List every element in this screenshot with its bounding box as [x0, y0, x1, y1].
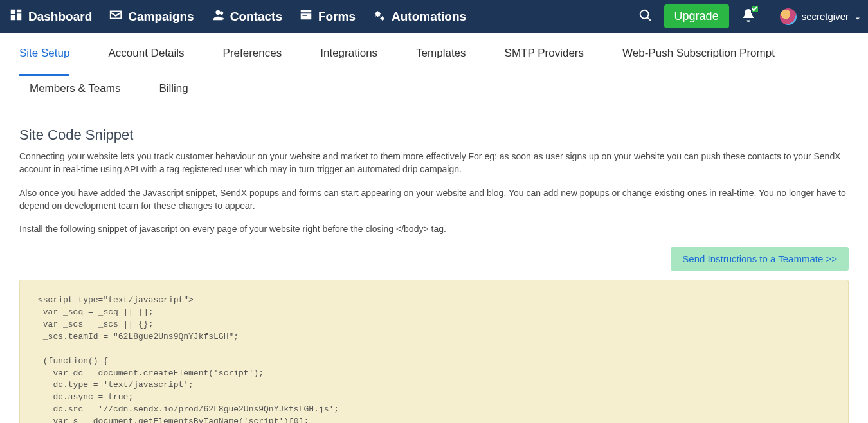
nav-divider: [768, 5, 768, 28]
section-paragraph-3: Install the following snippet of javascr…: [19, 222, 849, 235]
avatar: [780, 8, 797, 25]
nav-contacts-label: Contacts: [230, 10, 282, 24]
section-title: Site Code Snippet: [19, 127, 849, 143]
nav-dashboard[interactable]: Dashboard: [9, 8, 92, 25]
tab-integrations[interactable]: Integrations: [320, 33, 377, 76]
notifications-bell[interactable]: [741, 8, 756, 26]
content-area: Site Code Snippet Connecting your websit…: [0, 114, 868, 423]
nav-automations-label: Automations: [392, 10, 466, 24]
envelope-icon: [109, 8, 123, 25]
tab-smtp-providers[interactable]: SMTP Providers: [505, 33, 584, 76]
settings-tabs: Site Setup Account Details Preferences I…: [0, 33, 868, 76]
nav-dashboard-label: Dashboard: [28, 10, 92, 24]
username-label: secretgiver: [802, 11, 849, 22]
top-nav: Dashboard Campaigns Contacts Forms Autom…: [0, 0, 868, 33]
nav-campaigns-label: Campaigns: [128, 10, 194, 24]
contacts-icon: [211, 8, 225, 25]
chevron-down-icon: [854, 14, 860, 20]
section-paragraph-1: Connecting your website lets you track c…: [19, 150, 849, 176]
tab-templates[interactable]: Templates: [416, 33, 466, 76]
nav-contacts[interactable]: Contacts: [211, 8, 282, 25]
bell-badge-icon: [751, 5, 759, 13]
tab-preferences[interactable]: Preferences: [223, 33, 282, 76]
search-icon[interactable]: [638, 8, 653, 25]
automations-icon: [372, 8, 386, 25]
tab-site-setup[interactable]: Site Setup: [19, 33, 69, 76]
forms-icon: [299, 8, 313, 25]
user-menu[interactable]: secretgiver: [780, 8, 860, 25]
tab-members-teams[interactable]: Members & Teams: [30, 76, 120, 114]
nav-campaigns[interactable]: Campaigns: [109, 8, 194, 25]
tab-account-details[interactable]: Account Details: [108, 33, 184, 76]
code-snippet-block[interactable]: <script type="text/javascript"> var _scq…: [19, 280, 849, 423]
nav-forms-label: Forms: [318, 10, 356, 24]
settings-tabs-row2: Members & Teams Billing: [0, 76, 868, 114]
tab-webpush[interactable]: Web-Push Subscription Prompt: [622, 33, 775, 76]
send-instructions-button[interactable]: Send Instructions to a Teammate >>: [671, 247, 849, 271]
send-instructions-row: Send Instructions to a Teammate >>: [19, 247, 849, 271]
dashboard-icon: [9, 8, 23, 25]
tab-billing[interactable]: Billing: [159, 76, 188, 114]
section-paragraph-2: Also once you have added the Javascript …: [19, 186, 849, 213]
nav-automations[interactable]: Automations: [372, 8, 466, 25]
nav-right: Upgrade secretgiver: [638, 4, 860, 28]
nav-left: Dashboard Campaigns Contacts Forms Autom…: [9, 8, 466, 25]
upgrade-button[interactable]: Upgrade: [664, 4, 729, 28]
nav-forms[interactable]: Forms: [299, 8, 356, 25]
